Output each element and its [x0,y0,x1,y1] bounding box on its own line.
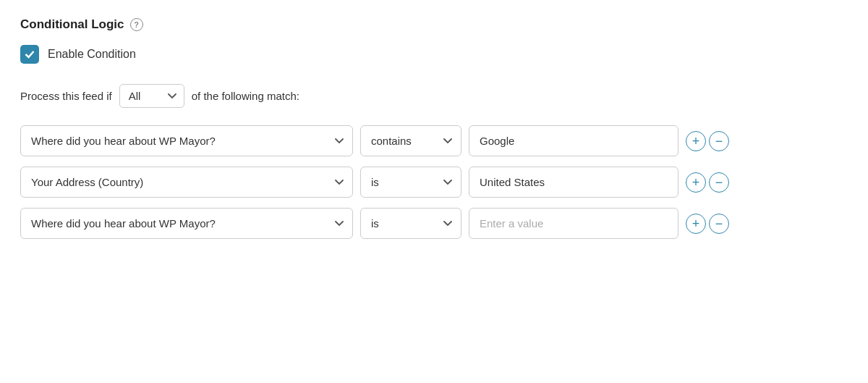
condition-row: Where did you hear about WP Mayor? Your … [20,167,848,198]
all-any-select[interactable]: All Any [119,84,184,108]
operator-select-1[interactable]: contains is is not starts with ends with [360,125,461,156]
field-select-3[interactable]: Where did you hear about WP Mayor? Your … [20,208,353,239]
process-suffix: of the following match: [192,90,299,102]
field-select-1[interactable]: Where did you hear about WP Mayor? Your … [20,125,353,156]
value-input-2[interactable] [469,167,678,198]
operator-select-2[interactable]: is is not contains starts with ends with [360,167,461,198]
row-buttons-1: + − [686,131,729,151]
conditional-logic-section: Conditional Logic ? Enable Condition Pro… [20,17,848,239]
add-row-button-3[interactable]: + [686,214,706,234]
add-row-button-1[interactable]: + [686,131,706,151]
process-row: Process this feed if All Any of the foll… [20,84,848,108]
value-input-3[interactable] [469,208,678,239]
enable-condition-checkbox[interactable] [20,45,39,64]
condition-row: Where did you hear about WP Mayor? Your … [20,208,848,239]
section-title-text: Conditional Logic [20,17,124,32]
checkmark-icon [25,49,35,59]
field-select-2[interactable]: Where did you hear about WP Mayor? Your … [20,167,353,198]
condition-row: Where did you hear about WP Mayor? Your … [20,125,848,156]
enable-condition-row: Enable Condition [20,45,848,64]
process-prefix: Process this feed if [20,90,112,102]
section-title-row: Conditional Logic ? [20,17,848,32]
condition-rows-container: Where did you hear about WP Mayor? Your … [20,125,848,239]
help-icon[interactable]: ? [130,18,143,31]
value-input-1[interactable] [469,125,678,156]
remove-row-button-3[interactable]: − [709,214,729,234]
row-buttons-3: + − [686,214,729,234]
add-row-button-2[interactable]: + [686,172,706,193]
remove-row-button-1[interactable]: − [709,131,729,151]
enable-condition-label: Enable Condition [48,48,136,61]
operator-select-3[interactable]: is is not contains starts with ends with [360,208,461,239]
row-buttons-2: + − [686,172,729,193]
remove-row-button-2[interactable]: − [709,172,729,193]
